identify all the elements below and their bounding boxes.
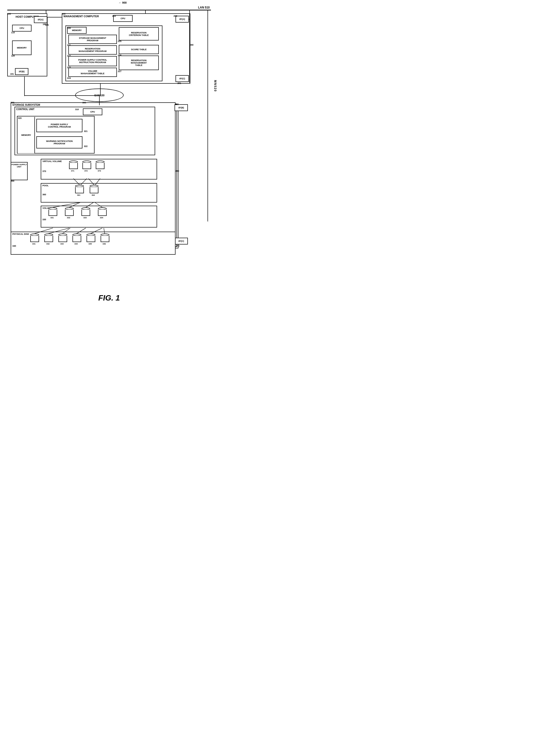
prog-rmp: RESERVATIONMANAGEMENT PROGRAM (69, 45, 117, 55)
fig-title: FIG. 1 (0, 294, 218, 307)
prog-pscp: POWER SUPPLYCONTROL PROGRAM (36, 119, 82, 132)
arrow-900: ← 900 (119, 1, 127, 4)
phys-disk-342: 342 (44, 234, 53, 242)
conn-180-h (47, 17, 63, 17)
prog-wnp-num: 322 (84, 145, 88, 147)
mgmt-san-line (100, 84, 100, 96)
phys-disk-343: 343 (58, 234, 67, 242)
vol-disk-331: 331 (48, 207, 57, 216)
mgmt-ifc-number: 291 (178, 82, 181, 84)
vv-disk-373: 373 (96, 160, 104, 169)
prog-vmt: VOLUMEMANAGEMENT TABLE (69, 68, 117, 77)
storage-ifc-box: I/F(C) (175, 238, 188, 245)
mgmt-ifa-number: 290 (174, 15, 177, 17)
phys-disk-346: 346 (100, 234, 109, 242)
mgmt-cpu-number: 210 (112, 15, 116, 17)
pool-box: POOL 360 (41, 183, 157, 203)
vol-disk-333: 333 (81, 207, 90, 216)
mgmt-memory-outer: MEMORY 220 STORAGE MANAGEMENTPROGRAM 221… (66, 25, 162, 81)
power-supply-number: 350 (11, 180, 14, 182)
pool-disk-361: 361 (75, 185, 84, 193)
mgmt-label: MANAGEMENT COMPUTER (64, 15, 99, 18)
pool-label: POOL (42, 184, 49, 187)
lan-label: LAN 510 (198, 6, 210, 9)
prog-pscip: POWER SUPPLY CONTROLINSTRUCTION PROGRAM (69, 56, 117, 66)
host-ifb-number: 191 (10, 73, 14, 75)
host-memory-box: MEMORY (12, 41, 32, 55)
phys-disk-number: 340 (13, 245, 16, 247)
storage-memory-number: 320 (18, 117, 21, 119)
vol-disk-332: 332 (65, 207, 74, 216)
phys-disk-345: 345 (87, 234, 95, 242)
storage-stack-number: 305 (82, 102, 86, 104)
storage-cpu-box: CPU (83, 108, 102, 115)
storage-memory-box: MEMORY (18, 117, 35, 153)
storage-number: 300 (11, 102, 14, 104)
storage-label: STORAGE SUBSYSTEM (13, 103, 40, 106)
host-san-line (24, 77, 25, 96)
conn-280-label: 280 (190, 44, 193, 46)
host-computer-box: HOST COMPUTER CPU 110 MEMORY 120 I/F(A) … (7, 13, 47, 76)
host-ifb-box: I/F(B) (15, 68, 28, 75)
vv-label: VIRTUAL VOLUME (42, 160, 62, 162)
prog-smp: STORAGE MANAGEMENTPROGRAM (69, 35, 117, 44)
diagram: LAN 510 ← 900 MN520 HOST COMPUTER CPU 11… (0, 0, 218, 291)
power-supply-label: POWER SUPPLY UNIT (11, 162, 27, 168)
conn-380-label: 380 (176, 170, 179, 172)
phys-disk-label: PHYSICAL DISK (13, 233, 29, 235)
storage-ifb-number: 390 (175, 103, 179, 105)
phys-disk-344: 344 (72, 234, 81, 242)
vv-disk-371: 371 (69, 160, 78, 169)
phys-disk-341: 341 (30, 234, 39, 242)
conn-380-v (175, 111, 176, 239)
mgmt-ifc-box: I/F(C) (176, 75, 189, 82)
prog-pscp-num: 321 (84, 130, 88, 132)
storage-memory-outer: MEMORY 320 POWER SUPPLYCONTROL PROGRAM 3… (17, 116, 95, 154)
conn-180-label: 180 (45, 24, 49, 26)
host-cpu-box: CPU (12, 25, 32, 32)
volume-number: 330 (42, 218, 46, 221)
lan-bar (7, 10, 211, 11)
storage-ifc-number: 391 (176, 245, 180, 247)
table-rmt-num: 227 (118, 70, 122, 73)
vv-number: 370 (42, 170, 46, 172)
mgmt-memory-number: 220 (67, 27, 71, 29)
host-san-line-h (24, 95, 99, 96)
prog-vmt-num: 224 (67, 77, 71, 79)
conn-280-v (189, 11, 190, 83)
power-supply-box: POWER SUPPLY UNIT (11, 162, 28, 180)
table-rmt: RESERVATIONMANAGEMENTTABLE (119, 56, 159, 70)
table-rct: RESERVATIONCRITERION TABLE (119, 27, 159, 41)
pool-number: 360 (42, 193, 46, 196)
mn-line (208, 11, 208, 221)
storage-cpu-number: 310 (75, 108, 79, 111)
mgmt-cpu-box: CPU (113, 15, 133, 22)
prog-wnp: WARNING NOTIFICATIONPROGRAM (36, 136, 82, 148)
mgmt-number: 200 (62, 13, 66, 15)
vv-disk-372: 372 (82, 160, 91, 169)
vol-disk-334: 334 (98, 207, 107, 216)
table-st: SCORE TABLE (119, 45, 159, 54)
host-cpu-number: 110 (11, 31, 15, 34)
pool-disk-362: 362 (90, 185, 99, 193)
table-rct-num: 225 (118, 40, 122, 43)
control-unit-label: CONTROL UNIT (16, 108, 34, 111)
host-ifa-box: I/F(A) (34, 16, 47, 23)
host-number: 100 (7, 13, 11, 15)
mn-label: MN520 (213, 80, 217, 92)
mgmt-ifa-box: I/F(A) (176, 16, 189, 22)
host-memory-number: 120 (11, 55, 15, 57)
